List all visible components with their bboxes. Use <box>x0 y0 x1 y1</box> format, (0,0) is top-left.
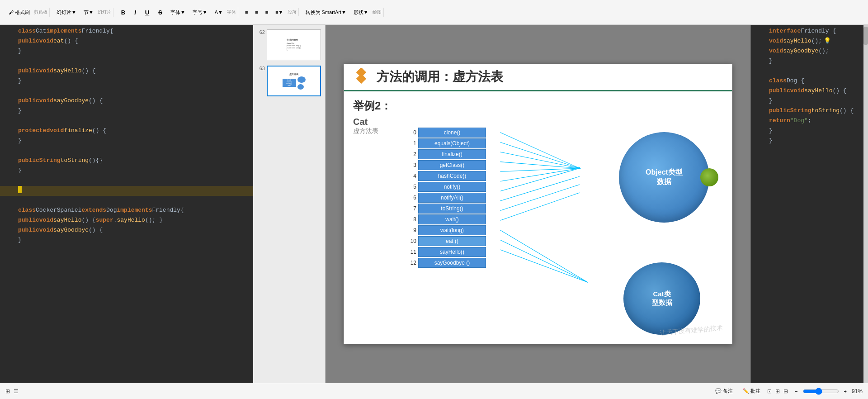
method-cell-9: wait(long) <box>418 225 486 235</box>
font-label: 字体 <box>227 9 236 15</box>
method-cell-5: notify() <box>418 182 486 192</box>
method-table: 0 clone() 1 equals(Object) 2 finalize() … <box>407 128 493 269</box>
code-line <box>0 196 253 206</box>
slide-thumb-63[interactable]: 63 虚方法表 clone() equals() toString() eat(… <box>255 65 323 97</box>
list-btn[interactable]: ≡▼ <box>272 8 286 16</box>
svg-line-2 <box>500 132 580 168</box>
code-line: } <box>0 166 253 176</box>
method-cell-8: wait() <box>418 214 486 224</box>
shapes-btn[interactable]: 形状▼ <box>350 8 372 17</box>
example-label: 举例2： <box>353 99 723 113</box>
method-cell-1: equals(Object) <box>418 138 486 148</box>
code-line <box>0 86 253 96</box>
code-line: class Dog { <box>751 76 868 86</box>
method-cell-6: notifyAll() <box>418 193 486 203</box>
font-size-btn[interactable]: 字号▼ <box>189 8 211 17</box>
section-btn[interactable]: 节▼ <box>80 8 97 17</box>
review-btn[interactable]: ✏️ 批注 <box>740 386 764 396</box>
svg-line-9 <box>500 176 580 201</box>
reading-view-icon[interactable]: ⊟ <box>783 388 788 394</box>
code-line: } <box>751 57 868 66</box>
comment-btn[interactable]: 💬 备注 <box>712 386 736 396</box>
code-line: interface Friendly { <box>751 27 868 37</box>
align-center-btn[interactable]: ≡ <box>252 8 261 16</box>
code-line: class CockerSpaniel extends Dog implemen… <box>0 206 253 216</box>
zoom-out-btn[interactable]: − <box>792 387 801 395</box>
drawing-label: 绘图 <box>373 9 382 15</box>
view-mode-icon[interactable]: ⊡ <box>767 388 772 394</box>
slide-thumb-62[interactable]: 62 方法的调用 class Cat {public void eat(){}p… <box>255 28 323 61</box>
code-line: public void sayHello() { super.sayHello(… <box>0 216 253 226</box>
svg-line-8 <box>500 168 580 191</box>
font-name-btn[interactable]: 字体▼ <box>167 8 189 17</box>
bottom-bar-right: 💬 备注 ✏️ 批注 ⊡ ⊞ ⊟ − + 91% <box>712 386 863 396</box>
right-scrollbar[interactable] <box>863 25 868 383</box>
svg-line-5 <box>500 162 580 168</box>
bold-btn[interactable]: B <box>117 7 129 18</box>
method-row-1: 1 equals(Object) <box>407 138 493 148</box>
method-row-6: 6 notifyAll() <box>407 193 493 203</box>
code-line: } <box>0 136 253 146</box>
underline-btn[interactable]: U <box>141 7 153 18</box>
method-row-4: 4 hashCode() <box>407 171 493 181</box>
slide-body: 举例2： Cat 虚方法表 <box>344 91 732 344</box>
code-line <box>0 116 253 126</box>
code-line <box>0 176 253 186</box>
slide-num-62: 62 <box>256 29 265 35</box>
svg-line-11 <box>500 193 580 220</box>
left-code-panel: class Cat implements Friendly { public v… <box>0 25 253 383</box>
slides-label: 幻灯片 <box>98 9 111 15</box>
slide-image-62: 方法的调用 class Cat {public void eat(){}publ… <box>267 29 321 60</box>
code-line <box>751 66 868 76</box>
slide-title: 方法的调用：虚方法表 <box>377 68 503 86</box>
italic-btn[interactable]: I <box>130 7 140 18</box>
slides-btn[interactable]: 幻灯片▼ <box>53 8 80 17</box>
method-cell-10: eat () <box>418 236 486 246</box>
clipboard-group: 🖌 格式刷 剪贴板 <box>4 8 50 17</box>
method-cell-0: clone() <box>418 128 486 138</box>
cursor-code-line <box>0 186 253 196</box>
grid-view-icon[interactable]: ⊞ <box>775 388 780 394</box>
font-group: B I U S 字体▼ 字号▼ A▼ 字体 <box>115 7 238 18</box>
code-line: } <box>751 136 868 146</box>
method-row-11: 11 sayHello() <box>407 247 493 257</box>
method-cell-4: hashCode() <box>418 171 486 181</box>
slide-image-63: 虚方法表 clone() equals() toString() eat() <box>267 66 321 96</box>
svg-line-10 <box>500 185 580 211</box>
strikethrough-btn[interactable]: S <box>154 7 166 18</box>
code-line: } <box>751 126 868 136</box>
method-cell-3: getClass() <box>418 160 486 170</box>
bottom-bar: ⊞ ☰ 💬 备注 ✏️ 批注 ⊡ ⊞ ⊟ − + 91% <box>0 383 868 399</box>
method-row-9: 9 wait(long) <box>407 225 493 235</box>
cat-type-circle: Cat类 型数据 <box>623 262 700 335</box>
method-row-2: 2 finalize() <box>407 149 493 159</box>
font-color-btn[interactable]: A▼ <box>212 8 226 16</box>
method-cell-11: sayHello() <box>418 247 486 257</box>
format-painter-icon: 🖌 <box>9 10 14 15</box>
comment-icon: 💬 <box>715 388 722 394</box>
method-row-8: 8 wait() <box>407 214 493 224</box>
svg-line-3 <box>500 142 580 168</box>
code-line <box>0 146 253 156</box>
slide-canvas: 方法的调用：虚方法表 举例2： Cat 虚方法表 <box>344 64 732 344</box>
slides-group: 幻灯片▼ 节▼ 幻灯片 <box>52 8 113 17</box>
code-line: public void eat() { <box>0 37 253 47</box>
smartart-btn[interactable]: 转换为 SmartArt▼ <box>302 8 349 17</box>
method-cell-7: toString() <box>418 204 486 214</box>
hint-bulb-icon: 💡 <box>824 37 831 46</box>
scrollbar-thumb[interactable] <box>863 27 868 45</box>
align-right-btn[interactable]: ≡ <box>262 8 271 16</box>
zoom-slider[interactable] <box>803 388 839 395</box>
zoom-in-btn[interactable]: + <box>841 387 850 395</box>
code-line: return "Dog" ; <box>751 116 868 126</box>
view-outline-icon[interactable]: ☰ <box>14 388 19 394</box>
align-left-btn[interactable]: ≡ <box>242 8 251 16</box>
method-row-10: 10 eat () <box>407 236 493 246</box>
format-painter-btn[interactable]: 🖌 格式刷 <box>5 8 33 17</box>
code-line: } <box>0 236 253 246</box>
mouse-cursor <box>700 168 718 186</box>
view-normal-icon[interactable]: ⊞ <box>5 388 10 394</box>
code-line: void sayHello (); 💡 <box>751 37 868 47</box>
code-line: } <box>0 47 253 57</box>
svg-line-6 <box>500 168 580 171</box>
